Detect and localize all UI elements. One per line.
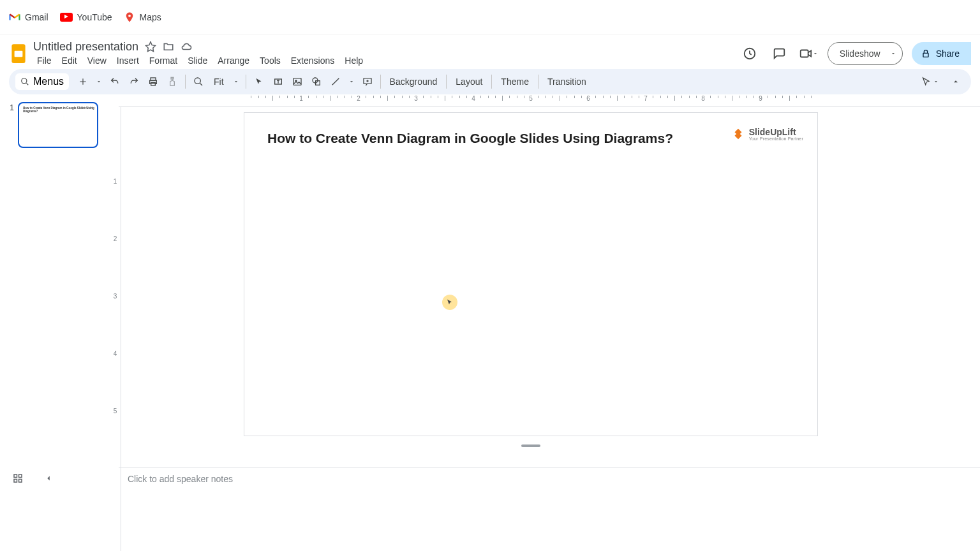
menu-tools[interactable]: Tools [256,54,285,67]
ruler-h-label: 9 [759,95,762,102]
comment-add-button[interactable] [359,73,376,91]
slides-app-icon[interactable] [9,41,28,66]
menu-format[interactable]: Format [145,54,181,67]
thumb-logo: SlideUpLift [81,106,93,109]
move-folder-icon[interactable] [163,41,174,52]
menu-arrange[interactable]: Arrange [214,54,253,67]
slide-canvas[interactable]: How to Create Venn Diagram in Google Sli… [244,112,818,436]
zoom-level[interactable]: Fit [209,77,229,87]
search-menus-button[interactable]: Menus [15,73,69,90]
notes-placeholder: Click to add speaker notes [128,474,233,484]
menus-label: Menus [33,76,64,87]
collapse-filmstrip-button[interactable] [40,469,57,487]
slide-thumbnail[interactable]: How to Create Venn Diagram in Google Sli… [18,102,98,148]
logo-mark-icon [731,127,745,141]
youtube-icon [60,13,73,22]
text-box-button[interactable] [269,73,287,91]
ruler-h-label: 7 [644,95,648,102]
ruler-h-label: 2 [357,95,360,102]
svg-rect-4 [801,50,808,57]
toolbar-separator [446,75,447,89]
ruler-h-label: 8 [701,95,705,102]
svg-rect-2 [15,51,23,57]
doc-title[interactable]: Untitled presentation [33,40,138,54]
toolbar: Menus Fit [9,69,971,94]
transition-button[interactable]: Transition [542,77,591,87]
speaker-notes[interactable]: Click to add speaker notes [119,467,980,490]
star-icon[interactable] [145,41,156,52]
slide-title-text[interactable]: How to Create Venn Diagram in Google Sli… [267,131,673,146]
bookmark-maps[interactable]: Maps [124,11,161,23]
toolbar-separator [538,75,538,89]
zoom-dropdown[interactable] [230,73,242,91]
shape-button[interactable] [308,73,325,91]
ruler-v-label: 1 [110,178,121,185]
menu-extensions[interactable]: Extensions [287,54,338,67]
menu-file[interactable]: File [33,54,56,67]
svg-rect-5 [923,53,928,57]
menu-help[interactable]: Help [341,54,367,67]
bookmark-youtube[interactable]: YouTube [60,12,112,22]
ruler-v-label: 3 [110,293,121,300]
ruler-v-label: 4 [110,350,121,357]
undo-button[interactable] [106,73,124,91]
share-button[interactable]: Share [912,42,971,65]
ruler-h-label: 1 [299,95,303,102]
svg-rect-13 [293,78,301,85]
bookmark-maps-label: Maps [140,12,161,22]
svg-rect-18 [14,474,17,478]
comments-icon[interactable] [769,43,789,64]
ruler-h-label: 5 [529,95,533,102]
hide-menus-button[interactable] [947,73,965,91]
print-button[interactable] [144,73,162,91]
meet-icon[interactable] [798,43,819,64]
logo-name: SlideUpLift [749,128,803,136]
paint-format-button[interactable] [163,73,181,91]
new-slide-dropdown[interactable] [93,73,105,91]
cloud-status-icon[interactable] [181,41,192,52]
zoom-tool-button[interactable] [189,73,207,91]
toolbar-separator [380,75,381,89]
notes-resize-handle[interactable] [521,444,540,447]
maps-icon [124,11,135,23]
menu-slide[interactable]: Slide [184,54,211,67]
ruler-horizontal: 123456789 [119,96,980,107]
svg-rect-19 [19,474,22,478]
svg-rect-20 [14,480,17,483]
background-button[interactable]: Background [385,77,443,87]
menu-edit[interactable]: Edit [58,54,81,67]
theme-button[interactable]: Theme [496,77,534,87]
toolbar-separator [491,75,492,89]
new-slide-button[interactable] [74,73,92,91]
svg-point-0 [128,14,131,17]
ruler-v-label: 2 [110,235,121,242]
layout-button[interactable]: Layout [450,77,487,87]
ruler-h-label: 3 [414,95,418,102]
bookmark-gmail-label: Gmail [25,12,48,22]
menu-view[interactable]: View [84,54,110,67]
slideshow-label: Slideshow [840,48,880,59]
toolbar-separator [246,75,246,89]
gmail-icon [9,11,20,23]
svg-rect-21 [19,480,22,483]
select-tool-button[interactable] [250,73,268,91]
slideshow-button[interactable]: Slideshow [828,42,893,65]
share-label: Share [936,48,960,59]
cursor-highlight [442,295,457,310]
version-history-icon[interactable] [739,43,760,64]
slideshow-dropdown[interactable] [885,42,903,65]
slide-number: 1 [8,102,14,148]
grid-view-button[interactable] [9,469,27,487]
redo-button[interactable] [125,73,143,91]
pointer-mode-button[interactable] [919,73,942,91]
image-button[interactable] [288,73,306,91]
line-button[interactable] [327,73,345,91]
ruler-h-label: 4 [471,95,475,102]
ruler-h-label: 6 [586,95,590,102]
search-icon [20,77,29,86]
menu-insert[interactable]: Insert [113,54,143,67]
line-dropdown[interactable] [346,73,357,91]
menu-bar: File Edit View Insert Format Slide Arran… [33,54,367,68]
bookmark-gmail[interactable]: Gmail [9,11,48,23]
logo-tagline: Your Presentation Partner [749,136,803,141]
